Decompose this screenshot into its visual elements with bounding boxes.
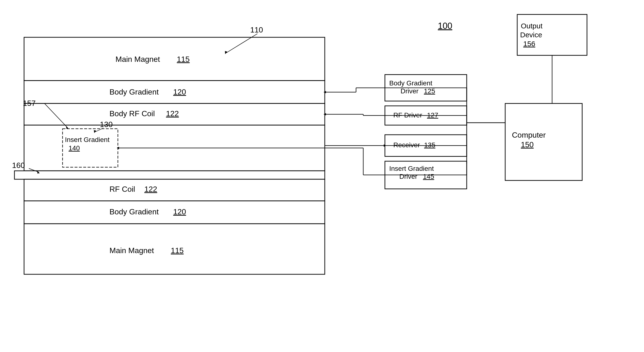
svg-text:122: 122: [144, 185, 157, 194]
svg-text:Body Gradient: Body Gradient: [110, 208, 159, 216]
svg-rect-6: [14, 171, 325, 179]
svg-text:127: 127: [427, 112, 438, 119]
svg-text:156: 156: [523, 40, 535, 48]
svg-text:RF Driver: RF Driver: [393, 112, 422, 119]
svg-text:110: 110: [250, 26, 263, 34]
svg-text:Computer: Computer: [512, 131, 546, 139]
svg-text:120: 120: [173, 208, 186, 216]
svg-text:115: 115: [171, 246, 184, 255]
svg-text:Receiver: Receiver: [393, 141, 420, 149]
diagram-svg: 100 110 Main Magnet 115 Body Gradient 12…: [0, 0, 644, 352]
diagram-container: 100 110 Main Magnet 115 Body Gradient 12…: [0, 0, 644, 352]
svg-text:RF Coil: RF Coil: [110, 185, 135, 194]
svg-text:122: 122: [166, 109, 179, 118]
svg-text:Body Gradient: Body Gradient: [389, 80, 432, 87]
svg-text:Insert Gradient: Insert Gradient: [389, 165, 434, 172]
svg-rect-1: [24, 37, 325, 80]
svg-text:Output: Output: [521, 22, 543, 30]
svg-text:125: 125: [424, 87, 435, 95]
svg-text:Main Magnet: Main Magnet: [110, 246, 154, 255]
svg-text:120: 120: [173, 88, 186, 96]
svg-text:140: 140: [68, 144, 80, 152]
svg-text:Driver: Driver: [400, 87, 418, 95]
svg-text:150: 150: [521, 140, 534, 149]
svg-text:Insert Gradient: Insert Gradient: [65, 136, 110, 144]
svg-text:Body Gradient: Body Gradient: [110, 88, 159, 96]
svg-text:Device: Device: [520, 31, 542, 39]
svg-text:135: 135: [424, 141, 436, 149]
svg-text:Main Magnet: Main Magnet: [116, 55, 160, 64]
svg-text:157: 157: [23, 99, 36, 108]
svg-rect-14: [505, 104, 582, 180]
svg-text:115: 115: [177, 55, 190, 64]
svg-rect-7: [24, 179, 325, 201]
svg-text:160: 160: [12, 161, 25, 170]
svg-text:Body RF Coil: Body RF Coil: [110, 109, 155, 118]
svg-text:130: 130: [100, 120, 112, 129]
svg-text:145: 145: [423, 173, 434, 180]
svg-text:Driver: Driver: [399, 173, 418, 180]
svg-text:100: 100: [438, 21, 452, 31]
